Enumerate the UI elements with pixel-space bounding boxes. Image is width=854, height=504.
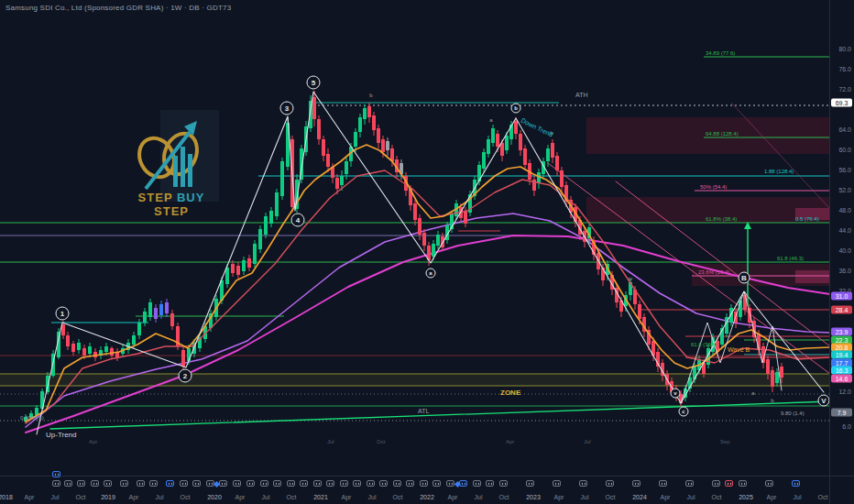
earnings-icon[interactable]: [260, 480, 268, 487]
tradingview-chart-window: 34.89 (77.6)64.88 (128.4)50% (54.4)61.8%…: [0, 0, 854, 504]
candle-body: [377, 128, 380, 143]
candle-body: [264, 216, 268, 235]
earnings-icon[interactable]: [52, 480, 60, 487]
earnings-icon[interactable]: [300, 480, 308, 487]
earnings-icon[interactable]: [166, 480, 174, 487]
earnings-icon[interactable]: [712, 480, 720, 487]
candle-body: [560, 170, 564, 187]
earnings-icon[interactable]: [340, 480, 348, 487]
candle-body: [780, 367, 783, 378]
earnings-icon[interactable]: [120, 480, 128, 487]
time-label: Jul: [368, 494, 377, 500]
price-level-label: 50% (54.4): [700, 184, 727, 190]
earnings-icon[interactable]: [659, 480, 667, 487]
candle-body: [258, 229, 262, 249]
earnings-icon[interactable]: [432, 480, 441, 487]
earnings-icon[interactable]: [420, 480, 428, 487]
earnings-icon[interactable]: [406, 480, 414, 487]
time-label: Oct: [712, 494, 722, 500]
candle-body: [432, 244, 435, 257]
earnings-icon[interactable]: [446, 480, 454, 487]
earnings-icon[interactable]: [379, 480, 388, 487]
step-buy-step-logo-icon: [133, 112, 210, 196]
earnings-icon[interactable]: [486, 480, 494, 487]
time-label: Oct: [76, 494, 86, 500]
candle-body: [386, 141, 389, 150]
earnings-icon[interactable]: [64, 480, 72, 487]
candle-body: [231, 264, 235, 273]
earnings-icon[interactable]: [765, 480, 773, 487]
candle-body: [340, 176, 344, 185]
candle-body: [181, 350, 185, 367]
earnings-icon[interactable]: [287, 480, 295, 487]
candle-body: [143, 312, 147, 323]
price-tick: 56.0: [838, 167, 851, 173]
earnings-icon[interactable]: [246, 480, 255, 487]
candle-body: [317, 119, 321, 139]
time-axis[interactable]: 2018AprJulOct2019AprJulOct2020AprJulOct2…: [0, 476, 830, 504]
wave-label-text: B: [741, 274, 747, 282]
earnings-icon[interactable]: [725, 480, 733, 487]
earnings-icon[interactable]: [313, 480, 322, 487]
price-chip: 14.6: [831, 375, 852, 383]
earnings-icon[interactable]: [180, 480, 188, 487]
symbol-title[interactable]: Samsung SDI Co., Ltd (Sponsored GDR SHA)…: [5, 4, 231, 12]
time-label: Jul: [156, 494, 164, 500]
chart-annotation: Wave B: [728, 346, 750, 353]
minor-wave-label: a: [751, 390, 755, 396]
candle-body: [322, 139, 325, 156]
earnings-icon[interactable]: [632, 480, 640, 487]
earnings-icon[interactable]: [77, 480, 85, 487]
time-label: Apr: [235, 494, 246, 500]
earnings-icon[interactable]: [606, 480, 614, 487]
earnings-icon[interactable]: [526, 480, 534, 487]
earnings-icon[interactable]: [685, 480, 694, 487]
earnings-icon[interactable]: [326, 480, 334, 487]
earnings-icon[interactable]: [367, 480, 375, 487]
earnings-icon[interactable]: [149, 480, 158, 487]
earnings-icon[interactable]: [739, 480, 747, 487]
candle-body: [159, 304, 163, 315]
time-label: Jul: [794, 494, 802, 500]
price-tick: 40.0: [838, 247, 851, 254]
chart-canvas[interactable]: 34.89 (77.6)64.88 (128.4)50% (54.4)61.8%…: [0, 0, 830, 477]
earnings-icon[interactable]: [233, 480, 241, 487]
candle-body: [345, 161, 348, 174]
minor-wave-label: i: [575, 215, 575, 221]
candle-body: [269, 211, 273, 224]
candle-body: [253, 244, 257, 264]
earnings-icon[interactable]: [792, 480, 800, 487]
chart-annotation: 0.00 (8.6): [20, 415, 44, 421]
earnings-icon[interactable]: [52, 471, 60, 477]
candle-body: [729, 308, 733, 323]
price-tick: 36.0: [838, 268, 851, 274]
minor-wave-label: b: [369, 93, 373, 98]
time-label: Oct: [393, 494, 403, 500]
candle-body: [418, 218, 422, 235]
time-label: 2022: [420, 494, 434, 500]
earnings-icon[interactable]: [137, 480, 145, 487]
candle-body: [464, 211, 467, 224]
price-axis[interactable]: 80.076.072.064.060.056.052.048.044.040.0…: [829, 0, 854, 477]
candle-body: [638, 304, 641, 319]
earnings-icon[interactable]: [473, 480, 481, 487]
wave-label-text: V: [821, 397, 827, 405]
earnings-icon[interactable]: [104, 480, 112, 487]
candle-body: [71, 344, 75, 352]
price-tick: 6.0: [842, 423, 851, 430]
minor-wave-label: b: [771, 398, 774, 403]
earnings-icon[interactable]: [499, 480, 508, 487]
earnings-icon[interactable]: [192, 480, 201, 487]
earnings-icon[interactable]: [219, 480, 227, 487]
earnings-icon[interactable]: [353, 480, 361, 487]
earnings-icon[interactable]: [91, 480, 99, 487]
earnings-icon[interactable]: [553, 480, 561, 487]
wave-label-text: 1: [60, 310, 65, 318]
earnings-icon[interactable]: [579, 480, 587, 487]
candle-body: [482, 152, 486, 169]
chart-annotation: Apr: [506, 439, 514, 444]
earnings-icon[interactable]: [273, 480, 281, 487]
chart-annotation: 9.80 (1.4): [781, 411, 805, 416]
earnings-icon[interactable]: [393, 480, 401, 487]
time-label: 2025: [739, 494, 753, 500]
